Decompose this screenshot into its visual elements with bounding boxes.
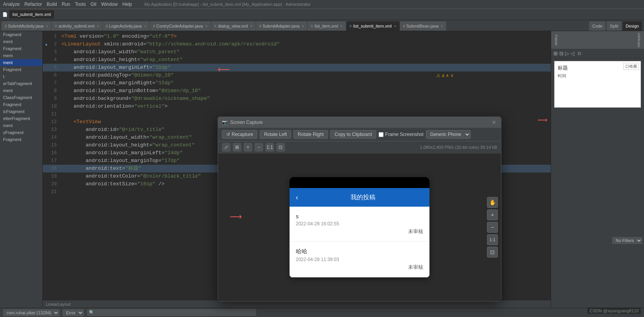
copy-clipboard-button[interactable]: Copy to Clipboard <box>330 130 376 139</box>
sidebar-item-13[interactable]: ment <box>0 122 42 129</box>
tab-close-0[interactable]: × <box>46 24 48 28</box>
warning-badge: ⚠ 4 ∧ ∨ <box>436 73 454 78</box>
tab-submit-adapter[interactable]: J SubmitAdapter.java × <box>256 21 307 31</box>
tab-close-3[interactable]: × <box>205 24 208 28</box>
sidebar-item-9[interactable]: ClassFragment <box>0 94 42 101</box>
tab-close-5[interactable]: × <box>302 24 304 28</box>
side-zoom-plus[interactable]: + <box>487 209 498 220</box>
sidebar-item-15[interactable]: Fragment <box>0 136 42 143</box>
design-tool-2[interactable]: ⊟ <box>559 51 564 56</box>
code-line-3: 3 android:layout_width="match_parent" <box>43 48 551 56</box>
menu-git[interactable]: Git <box>91 2 96 7</box>
grid-icon[interactable]: ⊞ <box>233 143 241 152</box>
code-line-9: 9 android:background="@drawable/nickname… <box>43 95 551 103</box>
side-zoom-minus[interactable]: − <box>487 222 498 233</box>
sidebar-item-10[interactable]: Fragment <box>0 101 42 108</box>
app-title: My Application [D:\ruhai\app] - list_sub… <box>145 2 311 7</box>
tab-contry-code[interactable]: J ContryCodeAdapter.java × <box>150 21 211 31</box>
sidebar-item-6[interactable]: t <box>0 73 42 80</box>
tab-design[interactable]: Design <box>623 21 642 31</box>
phone-list-item-0: s 2022-04-28 16:02:55 未审核 <box>290 207 429 242</box>
code-line-10: 10 android:orientation="vertical"> <box>43 103 551 110</box>
tab-split[interactable]: Split <box>607 21 621 31</box>
log-search-input[interactable] <box>94 310 126 315</box>
tab-submit-activity[interactable]: J SubmitActivity.java × <box>2 21 51 31</box>
watermark: CSDN @xiyangyang8110 <box>587 308 641 314</box>
phone-back-button: ‹ <box>296 193 298 202</box>
menu-refactor[interactable]: Refactor <box>24 2 42 7</box>
zoom-in-icon[interactable]: + <box>244 143 252 152</box>
zoom-out-icon[interactable]: − <box>255 143 263 152</box>
design-tool-3[interactable]: ▷ <box>565 51 569 56</box>
tab-close-8[interactable]: × <box>441 24 443 28</box>
design-tool-1[interactable]: ⊞ <box>553 51 558 56</box>
warning-count: 4 <box>442 73 444 78</box>
sidebar-item-5[interactable]: Fragment <box>0 66 42 73</box>
sidebar-item-14[interactable]: yFragment <box>0 129 42 136</box>
sidebar-item-7[interactable]: erTabFragment <box>0 80 42 87</box>
tab-close-4[interactable]: × <box>250 24 253 28</box>
menu-analyze[interactable]: Analyze <box>3 2 20 7</box>
dialog-close-button[interactable]: ✕ <box>491 119 497 125</box>
tab-submit-bean[interactable]: J SubmitBean.java × <box>400 21 447 31</box>
menu-tools[interactable]: Tools <box>75 2 86 7</box>
sidebar-item-11[interactable]: icFragment <box>0 108 42 115</box>
tab-dialog-view[interactable]: X dialog_view.xml × <box>211 21 256 31</box>
tab-close-7[interactable]: × <box>394 24 396 28</box>
rotate-right-button[interactable]: Rotate Right <box>293 130 328 139</box>
frame-screenshot-label: Frame Screenshot <box>379 132 424 137</box>
menu-help[interactable]: Help <box>122 2 132 7</box>
expand-icon[interactable]: ⤢ <box>222 143 230 152</box>
tab-login-activity[interactable]: J LoginActivity.java × <box>103 21 150 31</box>
tab-close-6[interactable]: × <box>340 24 343 28</box>
sidebar-item-0[interactable]: Fragment <box>0 31 42 38</box>
phone-item-time-1: 2022-04-28 11:39:03 <box>296 257 423 262</box>
code-line-2: 2 <LinearLayout xmlns:android="http://sc… <box>43 40 551 48</box>
tab-icon-3: J <box>106 24 108 28</box>
search-icon: 🔍 <box>89 310 94 315</box>
side-zoom-hand[interactable]: ✋ <box>487 197 498 208</box>
design-tool-5[interactable]: ⊡ <box>578 51 581 56</box>
process-dropdown[interactable]: com.ruhai.yibei (13294) <box>3 309 59 316</box>
code-line-8: 8 android:layout_marginBottom="@dimen/dp… <box>43 87 551 95</box>
sidebar-item-12[interactable]: etterFragment <box>0 115 42 122</box>
tab-list-item[interactable]: X list_item.xml × <box>307 21 346 31</box>
chevron-up-icon[interactable]: ∧ <box>446 73 449 78</box>
menu-build[interactable]: Build <box>47 2 57 7</box>
tab-list-submit-item[interactable]: X list_submit_item.xml × <box>346 21 400 31</box>
side-zoom-11[interactable]: 1:1 <box>487 234 498 245</box>
phone-content: s 2022-04-28 16:02:55 未审核 哈哈 2022-04-28 … <box>290 207 429 277</box>
sidebar-item-3[interactable]: ment <box>0 52 42 59</box>
dialog-title: Screen Capture <box>230 120 263 125</box>
chevron-down-icon[interactable]: ∨ <box>450 73 454 78</box>
zoom-11-label[interactable]: 1:1 <box>265 143 274 152</box>
fit-icon[interactable]: ⊡ <box>276 143 285 152</box>
menu-window[interactable]: Window <box>101 2 118 7</box>
sidebar-item-active[interactable]: ment <box>0 59 42 66</box>
tab-close-2[interactable]: × <box>144 24 147 28</box>
image-info: 1,080x2,400 PNG (32-bit color) 39.14 kB <box>420 145 497 150</box>
screen-capture-dialog: 📷 Screen Capture ✕ ↺ Recapture Rotate Le… <box>218 117 501 301</box>
rotate-left-button[interactable]: Rotate Left <box>260 130 291 139</box>
tab-code[interactable]: Code <box>589 21 606 31</box>
tab-icon-2: X <box>55 24 57 28</box>
phone-item-time-0: 2022-04-28 16:02:55 <box>296 221 423 226</box>
phone-select-dropdown[interactable]: Generic Phone <box>426 130 471 139</box>
log-level-dropdown[interactable]: Error <box>63 309 84 316</box>
tab-activity-submit[interactable]: X activity_submit.xml × <box>52 21 102 31</box>
file-tab-active[interactable]: list_submit_item.xml <box>9 10 54 19</box>
sidebar-item-8[interactable]: ment <box>0 87 42 94</box>
sidebar-item-2[interactable]: Fragment <box>0 45 42 52</box>
tab-icon-6: J <box>259 24 261 28</box>
design-tool-4[interactable]: ◁ <box>571 51 574 56</box>
side-zoom-fit[interactable]: ⊡ <box>487 247 498 258</box>
dialog-image-area[interactable]: ⟶ ‹ 我的投稿 s 2022-04-28 16:02:55 未审核 哈哈 20… <box>218 153 501 301</box>
preview-time-text: 时间 <box>558 73 637 79</box>
sidebar-item-1[interactable]: ment <box>0 38 42 45</box>
tab-close-1[interactable]: × <box>97 24 99 28</box>
phone-item-status-0: 未审核 <box>296 228 423 235</box>
menu-run[interactable]: Run <box>62 2 70 7</box>
recapture-button[interactable]: ↺ Recapture <box>222 130 257 139</box>
frame-screenshot-checkbox[interactable] <box>379 132 384 137</box>
no-filters-select[interactable]: No Filters <box>612 237 642 244</box>
